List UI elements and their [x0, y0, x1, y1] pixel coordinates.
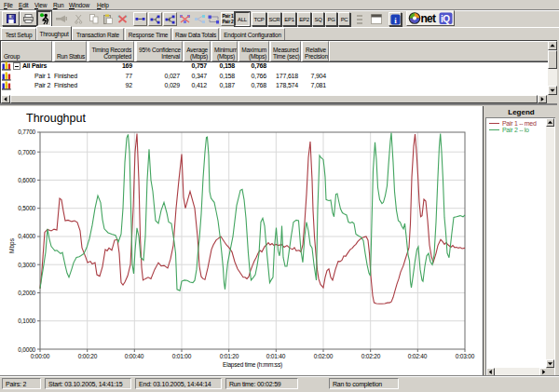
- svg-text:net: net: [421, 12, 436, 25]
- svg-text:iQ: iQ: [441, 14, 450, 24]
